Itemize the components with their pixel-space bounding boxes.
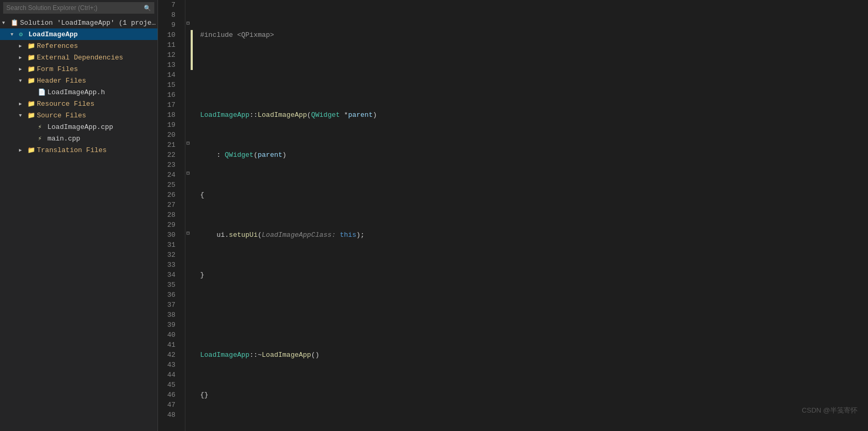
code-token: #include <QPixmap>: [200, 30, 274, 40]
code-token: LoadImageApp: [200, 350, 250, 360]
line-num-46: 46: [158, 390, 180, 400]
line-num-42: 42: [158, 350, 180, 360]
collapse-icon-15[interactable]: ⊟: [186, 140, 190, 146]
tree-item-header-files[interactable]: 📁 Header Files: [0, 75, 157, 86]
code-token: setupUi: [229, 230, 258, 240]
code-token: (: [253, 150, 258, 160]
solution-explorer-tree: 📋 Solution 'LoadImageApp' (1 project) ⚙ …: [0, 16, 157, 431]
line-num-31: 31: [158, 240, 180, 250]
tree-item-loadimageapp-cpp[interactable]: ⚡ LoadImageApp.cpp: [0, 121, 157, 133]
code-token: QWidget: [225, 150, 254, 160]
code-content: 7 8 9 10 11 12 13 14 15 16 17 18 19 20 2…: [158, 0, 868, 431]
expand-arrow: [19, 66, 27, 72]
expand-arrow: [11, 32, 19, 37]
source-files-label: Source Files: [37, 112, 86, 119]
code-line-16[interactable]: {}: [200, 390, 868, 400]
search-input[interactable]: [6, 4, 142, 12]
folder-icon: 📁: [27, 146, 37, 154]
expand-arrow: [19, 43, 27, 49]
code-line-15[interactable]: LoadImageApp::~LoadImageApp(): [200, 350, 868, 360]
line-num-23: 23: [158, 160, 180, 170]
gutter-area: ⊟ ⊟ ⊟ ⊟: [185, 0, 194, 431]
line-num-18: 18: [158, 110, 180, 120]
folder-icon: 📁: [27, 42, 37, 50]
line-num-48: 48: [158, 410, 180, 420]
cpp-file-icon: ⚡: [38, 123, 47, 131]
code-token: ): [373, 110, 377, 120]
code-line-11[interactable]: {: [200, 190, 868, 200]
tree-item-references[interactable]: 📁 References: [0, 40, 157, 52]
main-layout: 🔍 📋 Solution 'LoadImageApp' (1 project) …: [0, 0, 868, 431]
line-num-11: 11: [158, 40, 180, 50]
tree-item-loadimageapp-h[interactable]: 📄 LoadImageApp.h: [0, 86, 157, 98]
code-token: }: [200, 270, 204, 280]
line-num-22: 22: [158, 150, 180, 160]
code-token: LoadImageApp: [258, 110, 307, 120]
collapse-icon-24[interactable]: ⊟: [186, 230, 190, 236]
expand-arrow: [19, 113, 27, 118]
main-cpp-label: main.cpp: [47, 135, 80, 143]
expand-arrow: [19, 101, 27, 107]
references-label: References: [37, 42, 78, 50]
line-num-8: 8: [158, 10, 180, 20]
code-token: ): [282, 150, 287, 160]
project-icon: ⚙: [19, 31, 28, 38]
line-num-33: 33: [158, 260, 180, 270]
code-token: QWidget: [311, 110, 340, 120]
code-token: (: [258, 230, 262, 240]
code-line-9[interactable]: LoadImageApp::LoadImageApp(QWidget *pare…: [200, 110, 868, 120]
line-numbers: 7 8 9 10 11 12 13 14 15 16 17 18 19 20 2…: [158, 0, 185, 431]
line-num-14: 14: [158, 70, 180, 80]
code-line-10[interactable]: : QWidget(parent): [200, 150, 868, 160]
tree-item-resource-files[interactable]: 📁 Resource Files: [0, 98, 157, 109]
tree-item-source-files[interactable]: 📁 Source Files: [0, 109, 157, 121]
tree-item-translation-files[interactable]: 📁 Translation Files: [0, 144, 157, 156]
line-num-17: 17: [158, 100, 180, 110]
search-bar[interactable]: 🔍: [3, 2, 154, 14]
tree-item-main-cpp[interactable]: ⚡ main.cpp: [0, 133, 157, 144]
code-line-13[interactable]: }: [200, 270, 868, 280]
line-num-44: 44: [158, 370, 180, 380]
header-file-icon: 📄: [38, 88, 47, 96]
line-num-12: 12: [158, 50, 180, 60]
gutter-bar-10-13: [191, 30, 193, 70]
line-num-36: 36: [158, 290, 180, 300]
line-num-20: 20: [158, 130, 180, 140]
line-num-28: 28: [158, 210, 180, 220]
collapse-icon-18[interactable]: ⊟: [186, 170, 190, 176]
header-files-label: Header Files: [37, 77, 86, 85]
code-token: LoadImageAppClass:: [262, 230, 336, 240]
line-num-32: 32: [158, 250, 180, 260]
line-num-35: 35: [158, 280, 180, 290]
code-line-7[interactable]: #include <QPixmap>: [200, 30, 868, 40]
form-files-label: Form Files: [37, 65, 78, 73]
code-line-14[interactable]: [200, 310, 868, 320]
line-num-39: 39: [158, 320, 180, 330]
expand-arrow: [19, 78, 27, 84]
code-token: (: [307, 110, 311, 120]
line-num-41: 41: [158, 340, 180, 350]
sidebar: 🔍 📋 Solution 'LoadImageApp' (1 project) …: [0, 0, 158, 431]
code-editor[interactable]: 7 8 9 10 11 12 13 14 15 16 17 18 19 20 2…: [158, 0, 868, 431]
ext-deps-label: External Dependencies: [37, 54, 123, 62]
code-token: LoadImageApp: [200, 110, 250, 120]
line-num-16: 16: [158, 90, 180, 100]
code-line-8[interactable]: [200, 70, 868, 80]
search-icon: 🔍: [144, 5, 151, 12]
loadimageapp-cpp-label: LoadImageApp.cpp: [47, 123, 113, 131]
tree-item-ext-deps[interactable]: 📁 External Dependencies: [0, 52, 157, 63]
folder-icon: 📁: [27, 112, 37, 119]
line-num-19: 19: [158, 120, 180, 130]
collapse-icon-9[interactable]: ⊟: [186, 20, 190, 26]
tree-item-form-files[interactable]: 📁 Form Files: [0, 63, 157, 75]
line-num-47: 47: [158, 400, 180, 410]
line-num-37: 37: [158, 300, 180, 310]
tree-item-project[interactable]: ⚙ LoadImageApp: [0, 28, 157, 40]
code-token: {: [200, 190, 204, 200]
tree-item-solution[interactable]: 📋 Solution 'LoadImageApp' (1 project): [0, 17, 157, 28]
code-lines[interactable]: #include <QPixmap> LoadImageApp::LoadIma…: [194, 0, 868, 431]
folder-icon: 📁: [27, 65, 37, 73]
line-num-30: 30: [158, 230, 180, 240]
translation-files-label: Translation Files: [37, 146, 107, 154]
code-line-12[interactable]: ui.setupUi(LoadImageAppClass: this);: [200, 230, 868, 240]
